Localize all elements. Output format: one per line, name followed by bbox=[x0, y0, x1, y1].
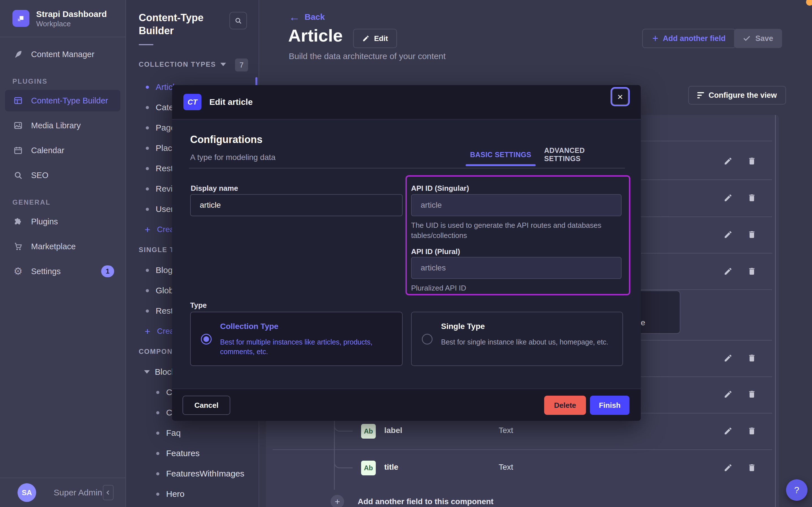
delete-field-button[interactable] bbox=[746, 462, 757, 473]
trash-icon bbox=[747, 427, 756, 436]
sidebar-item-calendar[interactable]: Calendar bbox=[0, 138, 125, 163]
workspace-header[interactable]: Strapi Dashboard Workplace bbox=[0, 0, 125, 37]
api-id-singular-label: API ID (Singular) bbox=[411, 184, 469, 193]
component-hero[interactable]: Hero bbox=[126, 484, 258, 504]
page-title: Article bbox=[288, 25, 343, 46]
collection-types-header[interactable]: COLLECTION TYPES bbox=[139, 57, 226, 72]
pencil-icon bbox=[724, 193, 733, 202]
calendar-icon bbox=[12, 145, 24, 156]
collection-type-option[interactable]: Collection Type Best for multiple instan… bbox=[190, 312, 402, 366]
delete-field-button[interactable] bbox=[746, 229, 757, 240]
edit-field-button[interactable] bbox=[723, 462, 734, 473]
cancel-button[interactable]: Cancel bbox=[183, 396, 230, 415]
api-id-singular-input[interactable]: article bbox=[411, 194, 622, 216]
edit-field-button[interactable] bbox=[723, 156, 734, 167]
sidebar-item-label: Content-Type Builder bbox=[31, 96, 108, 105]
collapse-sidebar-button[interactable] bbox=[103, 485, 114, 500]
field-name: label bbox=[384, 426, 402, 435]
component-features-with-images[interactable]: FeaturesWithImages bbox=[126, 463, 258, 484]
delete-field-button[interactable] bbox=[746, 266, 757, 277]
chevron-down-icon bbox=[144, 370, 150, 374]
sidebar-item-plugins[interactable]: Plugins bbox=[0, 209, 125, 234]
finish-button[interactable]: Finish bbox=[590, 396, 629, 415]
trash-icon bbox=[747, 390, 756, 399]
tab-advanced-settings[interactable]: ADVANCED SETTINGS bbox=[544, 148, 618, 161]
plus-icon: + bbox=[145, 225, 150, 234]
puzzle-icon bbox=[12, 216, 24, 227]
edit-field-button[interactable] bbox=[723, 229, 734, 240]
delete-button[interactable]: Delete bbox=[544, 396, 586, 415]
display-name-label: Display name bbox=[191, 184, 238, 193]
main-sidebar: Strapi Dashboard Workplace Content Manag… bbox=[0, 0, 126, 507]
collection-types-count-badge: 7 bbox=[235, 58, 248, 71]
user-name: Super Admin bbox=[54, 488, 102, 497]
feather-pen-icon bbox=[12, 49, 24, 60]
modal-body: Configurations A type for modeling data … bbox=[172, 120, 641, 389]
search-icon bbox=[12, 170, 24, 181]
delete-field-button[interactable] bbox=[746, 156, 757, 167]
component-features[interactable]: Features bbox=[126, 443, 258, 463]
sidebar-item-content-manager[interactable]: Content Manager bbox=[0, 42, 125, 67]
display-name-input[interactable]: article bbox=[190, 194, 402, 216]
app-title: Strapi Dashboard bbox=[36, 9, 107, 19]
help-button[interactable]: ? bbox=[786, 479, 808, 501]
edit-field-button[interactable] bbox=[723, 352, 734, 364]
close-button[interactable]: × bbox=[612, 89, 628, 105]
edit-button[interactable]: Edit bbox=[353, 29, 397, 48]
bullet-icon bbox=[146, 147, 149, 150]
configurations-heading: Configurations bbox=[190, 134, 262, 146]
single-type-option[interactable]: Single Type Best for single instance lik… bbox=[411, 312, 623, 366]
add-another-field-button[interactable]: + Add another field bbox=[642, 29, 736, 48]
api-id-plural-label: API ID (Plural) bbox=[411, 247, 460, 256]
bullet-icon bbox=[146, 269, 149, 272]
radio-unselected-icon[interactable] bbox=[422, 334, 433, 344]
save-button[interactable]: Save bbox=[734, 29, 782, 48]
tab-basic-settings[interactable]: BASIC SETTINGS bbox=[465, 148, 536, 161]
sidebar-item-label: Calendar bbox=[31, 146, 64, 155]
user-menu[interactable]: SA Super Admin bbox=[0, 477, 125, 507]
sidebar-item-settings[interactable]: ⚙ Settings 1 bbox=[0, 259, 125, 284]
edit-field-button[interactable] bbox=[723, 192, 734, 204]
api-id-singular-hint: The UID is used to generate the API rout… bbox=[411, 220, 620, 240]
chevron-down-icon bbox=[221, 63, 226, 66]
pencil-icon bbox=[724, 230, 733, 239]
delete-field-button[interactable] bbox=[746, 192, 757, 204]
panel-scrollbar[interactable] bbox=[775, 115, 776, 507]
pencil-icon bbox=[362, 35, 370, 42]
table-row-label: Ab label Text bbox=[266, 421, 779, 441]
panel-title: Content-Type Builder bbox=[139, 11, 232, 37]
api-id-plural-input[interactable]: articles bbox=[411, 257, 622, 279]
trash-icon bbox=[747, 157, 756, 166]
bullet-icon bbox=[156, 432, 159, 435]
sidebar-item-media-library[interactable]: Media Library bbox=[0, 113, 125, 138]
search-button[interactable] bbox=[230, 12, 247, 30]
type-label: Type bbox=[190, 301, 207, 310]
edit-field-button[interactable] bbox=[723, 425, 734, 437]
plus-icon: + bbox=[330, 495, 344, 507]
edit-field-button[interactable] bbox=[723, 266, 734, 277]
component-faq[interactable]: Faq bbox=[126, 423, 258, 443]
add-field-to-component-button[interactable]: + Add another field to this component bbox=[330, 495, 494, 507]
sidebar-item-marketplace[interactable]: Marketplace bbox=[0, 234, 125, 259]
pencil-icon bbox=[724, 390, 733, 399]
edit-field-button[interactable] bbox=[723, 389, 734, 400]
bullet-icon bbox=[156, 452, 159, 455]
bullet-icon bbox=[156, 391, 159, 394]
field-type: Text bbox=[499, 463, 513, 472]
arrow-left-icon: ← bbox=[289, 11, 300, 22]
sidebar-item-content-type-builder[interactable]: Content-Type Builder bbox=[5, 90, 120, 111]
field-name: title bbox=[384, 463, 398, 472]
gear-icon: ⚙ bbox=[12, 266, 24, 277]
bullet-icon bbox=[156, 472, 159, 475]
delete-field-button[interactable] bbox=[746, 352, 757, 364]
bullet-icon bbox=[146, 106, 149, 109]
radio-selected-icon[interactable] bbox=[201, 334, 211, 344]
sidebar-item-seo[interactable]: SEO bbox=[0, 163, 125, 188]
delete-field-button[interactable] bbox=[746, 389, 757, 400]
back-link[interactable]: ← Back bbox=[289, 11, 325, 22]
configure-view-button[interactable]: Configure the view bbox=[688, 86, 786, 105]
layout-grid-icon bbox=[12, 95, 24, 106]
delete-field-button[interactable] bbox=[746, 425, 757, 437]
bullet-icon bbox=[146, 289, 149, 292]
filter-icon bbox=[697, 92, 704, 98]
